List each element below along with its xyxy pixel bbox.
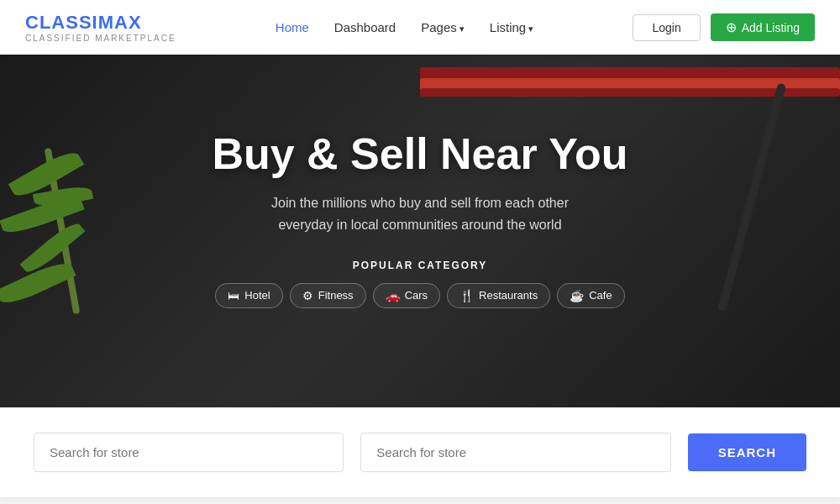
popular-category-label: POPULAR CATEGORY — [212, 260, 627, 271]
fitness-icon: ⚙ — [302, 289, 313, 302]
hero-title: Buy & Sell Near You — [212, 129, 627, 179]
cafe-icon: ☕ — [570, 289, 584, 302]
category-label-restaurants: Restaurants — [479, 289, 538, 302]
category-pills: 🛏 Hotel ⚙ Fitness 🚗 Cars 🍴 Restaurants ☕… — [212, 283, 627, 308]
nav-link-home[interactable]: Home — [276, 20, 309, 34]
hero-subtitle: Join the millions who buy and sell from … — [212, 192, 627, 235]
category-pill-restaurants[interactable]: 🍴 Restaurants — [447, 283, 550, 308]
login-button[interactable]: Login — [633, 14, 700, 41]
hero-subtitle-line2: everyday in local communities around the… — [278, 218, 561, 232]
category-pill-hotel[interactable]: 🛏 Hotel — [215, 283, 282, 308]
category-pill-fitness[interactable]: ⚙ Fitness — [290, 283, 366, 308]
plus-icon: ⊕ — [726, 19, 737, 35]
category-pill-cars[interactable]: 🚗 Cars — [373, 283, 440, 308]
add-listing-label: Add Listing — [742, 21, 800, 34]
nav-link-dashboard[interactable]: Dashboard — [334, 20, 396, 34]
nav-link-pages[interactable]: Pages — [421, 20, 465, 34]
logo-text: CLASSIMAX — [25, 12, 176, 34]
logo-tagline: Classified marketplace — [25, 34, 176, 43]
nav-link-listing[interactable]: Listing — [490, 20, 533, 34]
hero-content: Buy & Sell Near You Join the millions wh… — [195, 129, 644, 307]
hero-subtitle-line1: Join the millions who buy and sell from … — [271, 196, 569, 210]
category-label-cars: Cars — [405, 289, 428, 302]
search-input-2[interactable] — [360, 433, 670, 472]
navbar: CLASSIMAX Classified marketplace Home Da… — [0, 0, 840, 55]
category-pill-cafe[interactable]: ☕ Cafe — [557, 283, 624, 308]
logo[interactable]: CLASSIMAX Classified marketplace — [25, 12, 176, 43]
hero-section: Buy & Sell Near You Join the millions wh… — [0, 55, 840, 407]
hotel-icon: 🛏 — [228, 289, 239, 302]
add-listing-button[interactable]: ⊕ Add Listing — [711, 13, 815, 41]
nav-item-listing[interactable]: Listing — [490, 20, 533, 35]
nav-item-pages[interactable]: Pages — [421, 20, 465, 35]
nav-actions: Login ⊕ Add Listing — [633, 13, 815, 41]
category-label-hotel: Hotel — [244, 289, 270, 302]
search-input-wrap-2 — [360, 433, 670, 472]
search-section: SEARCH — [0, 407, 840, 497]
search-button[interactable]: SEARCH — [688, 433, 806, 471]
search-input-1[interactable] — [34, 433, 344, 472]
search-input-wrap-1 — [34, 433, 344, 472]
nav-item-dashboard[interactable]: Dashboard — [334, 20, 396, 35]
nav-links: Home Dashboard Pages Listing — [276, 20, 533, 35]
restaurants-icon: 🍴 — [459, 289, 474, 302]
hero-plant-decoration — [0, 105, 143, 340]
category-label-cafe: Cafe — [589, 289, 612, 302]
nav-item-home[interactable]: Home — [276, 20, 309, 35]
logo-part1: CLASSIMA — [25, 12, 129, 33]
category-label-fitness: Fitness — [318, 289, 354, 302]
cars-icon: 🚗 — [386, 289, 400, 302]
logo-part2: X — [129, 12, 142, 33]
